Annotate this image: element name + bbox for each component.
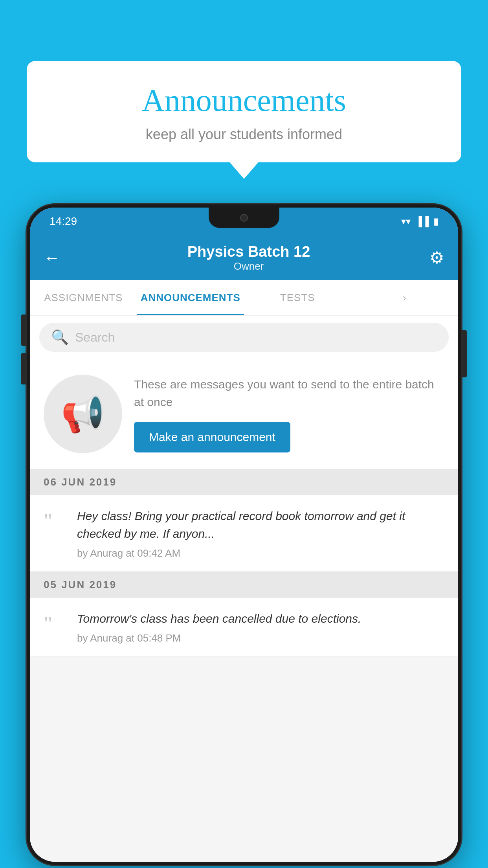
phone-container: 14:29 ▾▾ ▐▐ ▮ ← Physics Batch 12 Owner ⚙	[27, 204, 461, 868]
app-bar-title-container: Physics Batch 12 Owner	[68, 243, 429, 272]
notch	[209, 208, 279, 228]
tab-more[interactable]: ›	[351, 280, 459, 315]
announcement-text-1: Hey class! Bring your practical record b…	[77, 507, 444, 542]
bubble-title: Announcements	[50, 83, 438, 118]
tab-tests[interactable]: TESTS	[244, 280, 351, 315]
power-button[interactable]	[461, 330, 467, 377]
make-announcement-button[interactable]: Make an announcement	[134, 422, 290, 452]
search-placeholder: Search	[75, 330, 115, 345]
announcement-text-2: Tomorrow's class has been cancelled due …	[77, 610, 444, 627]
announcement-icon-circle: 📢	[44, 375, 122, 453]
date-separator-1: 06 JUN 2019	[30, 469, 458, 495]
date-separator-2: 05 JUN 2019	[30, 572, 458, 598]
bubble-subtitle: keep all your students informed	[50, 126, 438, 143]
status-bar: 14:29 ▾▾ ▐▐ ▮	[30, 208, 458, 235]
volume-buttons	[21, 314, 27, 384]
announcement-description: These are messages you want to send to t…	[134, 375, 444, 411]
app-bar-subtitle: Owner	[68, 260, 429, 272]
quote-icon-1: "	[44, 510, 67, 532]
announcement-content-1: Hey class! Bring your practical record b…	[77, 507, 444, 559]
search-bar-container: 🔍 Search	[30, 316, 458, 359]
back-button[interactable]: ←	[44, 248, 60, 267]
tab-announcements[interactable]: ANNOUNCEMENTS	[137, 280, 244, 315]
volume-up-button[interactable]	[21, 314, 27, 346]
announcement-content-2: Tomorrow's class has been cancelled due …	[77, 610, 444, 644]
settings-button[interactable]: ⚙	[429, 248, 444, 267]
quote-icon-2: "	[44, 613, 67, 634]
signal-icon: ▐▐	[415, 216, 429, 227]
announcement-prompt-card: 📢 These are messages you want to send to…	[30, 359, 458, 469]
announcement-meta-1: by Anurag at 09:42 AM	[77, 547, 444, 559]
announcement-item-2[interactable]: " Tomorrow's class has been cancelled du…	[30, 598, 458, 657]
status-icons: ▾▾ ▐▐ ▮	[401, 216, 438, 227]
volume-down-button[interactable]	[21, 353, 27, 384]
tabs-container: ASSIGNMENTS ANNOUNCEMENTS TESTS ›	[30, 280, 458, 316]
app-bar-title: Physics Batch 12	[68, 243, 429, 260]
camera	[240, 214, 248, 222]
app-bar: ← Physics Batch 12 Owner ⚙	[30, 235, 458, 280]
announcement-right: These are messages you want to send to t…	[134, 375, 444, 452]
status-time: 14:29	[50, 215, 77, 228]
speech-bubble: Announcements keep all your students inf…	[27, 61, 461, 162]
megaphone-icon: 📢	[61, 394, 105, 435]
search-bar[interactable]: 🔍 Search	[39, 323, 449, 352]
phone-screen: 14:29 ▾▾ ▐▐ ▮ ← Physics Batch 12 Owner ⚙	[30, 208, 458, 862]
phone-frame: 14:29 ▾▾ ▐▐ ▮ ← Physics Batch 12 Owner ⚙	[27, 204, 461, 865]
wifi-icon: ▾▾	[401, 216, 411, 227]
speech-bubble-section: Announcements keep all your students inf…	[27, 61, 461, 162]
tab-assignments[interactable]: ASSIGNMENTS	[30, 280, 137, 315]
search-icon: 🔍	[51, 329, 69, 346]
announcement-item-1[interactable]: " Hey class! Bring your practical record…	[30, 495, 458, 572]
battery-icon: ▮	[433, 216, 438, 227]
announcement-meta-2: by Anurag at 05:48 PM	[77, 632, 444, 644]
content-area: 🔍 Search 📢 These are messages you want t…	[30, 316, 458, 862]
